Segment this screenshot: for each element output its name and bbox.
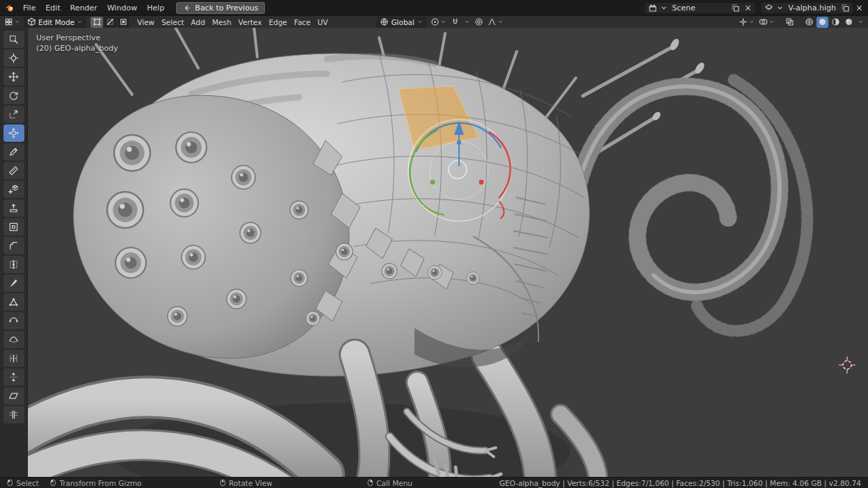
extrude-icon	[8, 203, 19, 213]
editor-type-dropdown[interactable]	[3, 17, 22, 28]
edge-select-mode-button[interactable]	[104, 17, 116, 28]
shading-material-preview-button[interactable]	[830, 17, 842, 28]
scene-icon	[647, 3, 658, 13]
tool-poly-build[interactable]	[3, 293, 24, 311]
mouse-right-icon	[367, 479, 373, 487]
menu-select[interactable]: Select	[158, 18, 187, 26]
gizmo-x-handle[interactable]	[479, 180, 484, 185]
bevel-icon	[8, 241, 19, 251]
tool-add-cube[interactable]	[3, 181, 24, 198]
chev-icon	[14, 19, 20, 25]
tool-spin[interactable]	[3, 312, 24, 330]
menu-mesh[interactable]: Mesh	[209, 18, 235, 26]
back-to-previous-button[interactable]: Back to Previous	[176, 2, 264, 14]
tool-select-box[interactable]	[3, 31, 24, 48]
tool-smooth[interactable]	[3, 331, 24, 348]
chev-icon	[464, 19, 470, 25]
menu-edit[interactable]: Edit	[40, 3, 65, 13]
tool-rotate[interactable]	[3, 87, 24, 104]
menu-face[interactable]: Face	[291, 18, 314, 26]
menu-window[interactable]: Window	[102, 3, 142, 13]
viewport-header: Edit Mode ViewSelectAddMeshVertexEdgeFac…	[0, 15, 868, 28]
menu-edge[interactable]: Edge	[265, 18, 290, 26]
view-layer-selector[interactable]: V-alpha.high	[760, 2, 853, 14]
pivot-icon	[431, 17, 440, 26]
smooth-icon	[8, 334, 19, 345]
chevron-down-icon[interactable]	[775, 3, 785, 13]
scene-name-label[interactable]: Scene	[670, 3, 728, 13]
spin-icon	[8, 316, 19, 326]
menu-uv[interactable]: UV	[314, 18, 332, 26]
tool-scale[interactable]	[3, 106, 24, 123]
tool-shelf	[0, 28, 28, 477]
topbar-menus: FileEditRenderWindowHelp	[18, 3, 169, 13]
transform-pivot-point-button[interactable]	[429, 17, 448, 28]
shading-wireframe-button[interactable]	[803, 17, 815, 28]
vertex-select-mode-button[interactable]	[90, 17, 103, 28]
header-center-buttons	[429, 17, 505, 28]
ballwire-icon	[805, 17, 814, 26]
mode-dropdown[interactable]: Edit Mode	[24, 17, 86, 28]
menu-view[interactable]: View	[134, 18, 158, 26]
proportional-falloff-button[interactable]	[486, 17, 505, 28]
tool-loop-cut[interactable]	[3, 256, 24, 273]
gizmo-y-handle[interactable]	[431, 180, 435, 185]
viewport-3d[interactable]: User Perspective (20) GEO-alpha_body	[28, 28, 868, 477]
face-select-mode-button[interactable]	[117, 17, 129, 28]
shrinkfatten-icon	[8, 372, 19, 382]
chevron-down-icon[interactable]	[659, 3, 668, 13]
snap-settings-button[interactable]	[463, 17, 472, 28]
orientation-dropdown[interactable]: Global	[376, 17, 426, 28]
tool-rip-region[interactable]	[3, 406, 24, 423]
prop-icon	[474, 17, 483, 26]
proportional-editing-toggle-button[interactable]	[473, 17, 485, 28]
tool-transform[interactable]	[3, 124, 24, 142]
tool-bevel[interactable]	[3, 237, 24, 254]
show-gizmos-button[interactable]	[737, 17, 756, 28]
menu-help[interactable]: Help	[142, 3, 169, 13]
view-layer-name-label[interactable]: V-alpha.high	[786, 3, 838, 13]
tool-shear[interactable]	[3, 387, 24, 405]
scene-selector[interactable]: Scene	[644, 2, 756, 14]
show-overlays-button[interactable]	[757, 17, 776, 28]
snap-toggle-button[interactable]	[449, 17, 461, 28]
tool-shrink-fatten[interactable]	[3, 368, 24, 386]
shading-solid-button[interactable]	[817, 17, 828, 28]
copy-icon	[841, 3, 850, 13]
blender-logo-icon[interactable]	[3, 3, 16, 13]
remove-view-layer-icon[interactable]	[853, 3, 865, 13]
gizmo-z-handle[interactable]	[457, 140, 461, 145]
chev-icon	[440, 19, 447, 25]
tool-cursor[interactable]	[3, 49, 24, 67]
shading-settings-button[interactable]	[856, 17, 865, 28]
view-name-label: User Perspective	[36, 33, 118, 43]
transform-settings-group: Global	[376, 17, 505, 28]
tool-move[interactable]	[3, 68, 24, 86]
menu-add[interactable]: Add	[188, 18, 209, 26]
annotate-icon	[8, 147, 19, 157]
tool-measure[interactable]	[3, 162, 24, 179]
menu-vertex[interactable]: Vertex	[235, 18, 266, 26]
tool-knife[interactable]	[3, 275, 24, 292]
unlink-scene-icon[interactable]	[742, 3, 753, 13]
magnet-icon	[451, 17, 460, 26]
status-hint-select: Select	[7, 479, 39, 487]
tool-annotate[interactable]	[3, 143, 24, 161]
polybuild-icon	[8, 297, 19, 307]
tool-edge-slide[interactable]	[3, 350, 24, 367]
tool-extrude-region[interactable]	[3, 200, 24, 217]
shading-rendered-button[interactable]	[843, 17, 855, 28]
layers-icon	[764, 3, 773, 13]
new-scene-icon[interactable]	[730, 3, 741, 13]
new-view-layer-icon[interactable]	[839, 3, 851, 13]
tool-inset-faces[interactable]	[3, 218, 24, 236]
chev-icon	[858, 19, 864, 25]
viewport-canvas[interactable]	[28, 28, 868, 477]
mouse-left-icon	[7, 479, 13, 487]
toggle-xray-button[interactable]	[784, 17, 796, 28]
back-to-previous-label: Back to Previous	[195, 3, 258, 13]
edit-mode-icon	[27, 17, 36, 26]
viewport-overlay-text: User Perspective (20) GEO-alpha_body	[36, 33, 118, 54]
menu-render[interactable]: Render	[65, 3, 102, 13]
menu-file[interactable]: File	[18, 3, 40, 13]
